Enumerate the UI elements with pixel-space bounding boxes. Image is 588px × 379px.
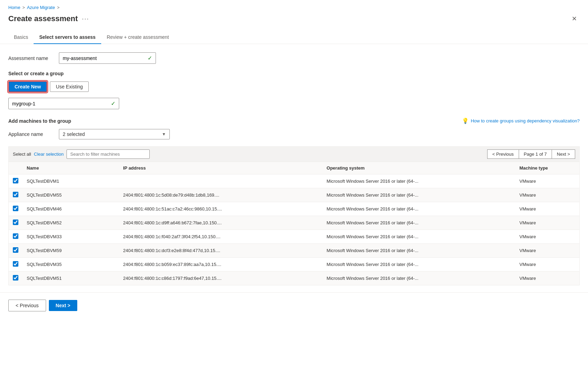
title-row: Create assessment ··· — [8, 14, 89, 23]
breadcrumb-home[interactable]: Home — [8, 5, 20, 10]
row-checkbox[interactable] — [13, 233, 18, 239]
row-checkbox[interactable] — [13, 261, 18, 267]
col-os: Operating system — [323, 162, 515, 174]
row-checkbox[interactable] — [13, 275, 18, 281]
row-checkbox-cell — [9, 272, 23, 285]
group-section-title: Select or create a group — [8, 71, 580, 76]
bottom-previous-button[interactable]: < Previous — [8, 300, 46, 311]
table-row: SQLTestDBVM332404:f801:4800:1c:f040:2af7… — [9, 230, 580, 244]
dropdown-arrow-icon: ▼ — [162, 132, 166, 137]
row-checkbox-cell — [9, 230, 23, 244]
row-name: SQLTestDBVM59 — [23, 244, 119, 258]
breadcrumb-azure-migrate[interactable]: Azure Migrate — [27, 5, 55, 10]
table-row: SQLTestDBVM352404:f801:4800:1c:b059:ec37… — [9, 258, 580, 272]
more-options-button[interactable]: ··· — [82, 15, 89, 23]
group-name-checkmark: ✓ — [111, 100, 115, 107]
machines-table: Name IP address Operating system Machine… — [8, 162, 580, 285]
help-link[interactable]: 💡 How to create groups using dependency … — [462, 118, 580, 124]
tabs-row: Basics Select servers to assess Review +… — [0, 31, 588, 44]
use-existing-button[interactable]: Use Existing — [50, 81, 89, 92]
row-ip: 2404:f801:4800:1c:dcf3:e2e8:8f4d:477d,10… — [119, 244, 322, 258]
row-type: VMware — [515, 188, 580, 202]
row-name: SQLTestDBVM55 — [23, 188, 119, 202]
add-machines-title: Add machines to the group — [8, 118, 71, 124]
row-checkbox-cell — [9, 188, 23, 202]
breadcrumb-sep2: > — [57, 5, 60, 10]
row-ip: 2404:f801:4800:1c:b059:ec37:89fc:aa7a,10… — [119, 258, 322, 272]
row-checkbox-cell — [9, 258, 23, 272]
tab-review[interactable]: Review + create assessment — [101, 31, 174, 44]
row-checkbox[interactable] — [13, 206, 18, 211]
row-checkbox[interactable] — [13, 192, 18, 197]
toolbar-left: Select all Clear selection — [13, 149, 150, 159]
row-type: VMware — [515, 174, 580, 188]
create-new-button[interactable]: Create New — [8, 81, 47, 92]
appliance-selected-value: 2 selected — [63, 131, 85, 137]
table-toolbar: Select all Clear selection < Previous Pa… — [8, 146, 580, 162]
row-checkbox[interactable] — [13, 247, 18, 253]
assessment-name-input[interactable] — [63, 55, 145, 61]
row-checkbox-cell — [9, 244, 23, 258]
clear-selection-link[interactable]: Clear selection — [34, 152, 64, 157]
row-checkbox-cell — [9, 216, 23, 230]
row-name: SQLTestDBVM35 — [23, 258, 119, 272]
previous-page-button[interactable]: < Previous — [487, 149, 519, 159]
tab-select-servers[interactable]: Select servers to assess — [34, 31, 101, 44]
row-type: VMware — [515, 230, 580, 244]
bulb-icon: 💡 — [462, 118, 469, 124]
row-name: SQLTestDBVM46 — [23, 202, 119, 216]
row-type: VMware — [515, 216, 580, 230]
tab-basics[interactable]: Basics — [8, 31, 34, 44]
row-os: Microsoft Windows Server 2016 or later (… — [323, 244, 515, 258]
row-os: Microsoft Windows Server 2016 or later (… — [323, 202, 515, 216]
select-all-link[interactable]: Select all — [13, 152, 31, 157]
col-type: Machine type — [515, 162, 580, 174]
row-name: SQLTestDBVM52 — [23, 216, 119, 230]
search-input[interactable] — [67, 149, 150, 159]
form-area: Assessment name ✓ Select or create a gro… — [0, 52, 588, 285]
appliance-dropdown[interactable]: 2 selected ▼ — [59, 129, 170, 139]
page-indicator: Page 1 of 7 — [519, 149, 552, 159]
next-page-button[interactable]: Next > — [552, 149, 575, 159]
toolbar-right: < Previous Page 1 of 7 Next > — [487, 149, 575, 159]
group-name-input-wrapper: ✓ — [8, 98, 119, 109]
appliance-row: Appliance name 2 selected ▼ — [8, 129, 580, 139]
bottom-nav: < Previous Next > — [0, 292, 588, 318]
assessment-name-checkmark: ✓ — [148, 55, 152, 61]
breadcrumb: Home > Azure Migrate > — [0, 0, 588, 11]
row-name: SQLTestDBVM33 — [23, 230, 119, 244]
page-title: Create assessment — [8, 14, 78, 23]
row-checkbox[interactable] — [13, 178, 18, 183]
row-checkbox-cell — [9, 202, 23, 216]
row-ip: 2404:f801:4800:1c:5d08:de79:d48b:1db8,16… — [119, 188, 322, 202]
appliance-label: Appliance name — [8, 131, 53, 137]
table-row: SQLTestDBVM522404:f801:4800:1c:d9ff:a646… — [9, 216, 580, 230]
row-checkbox[interactable] — [13, 219, 18, 225]
table-row: SQLTestDBVM592404:f801:4800:1c:dcf3:e2e8… — [9, 244, 580, 258]
assessment-name-row: Assessment name ✓ — [8, 52, 580, 64]
row-type: VMware — [515, 258, 580, 272]
row-ip: 2404:f801:4800:1c:51ac:c7a2:46cc:9860,10… — [119, 202, 322, 216]
group-name-input[interactable] — [12, 101, 108, 106]
page-header: Create assessment ··· ✕ — [0, 11, 588, 31]
table-row: SQLTestDBVM552404:f801:4800:1c:5d08:de79… — [9, 188, 580, 202]
assessment-name-label: Assessment name — [8, 55, 53, 61]
table-row: SQLTestDBVM1Microsoft Windows Server 201… — [9, 174, 580, 188]
bottom-next-button[interactable]: Next > — [49, 300, 77, 311]
row-type: VMware — [515, 202, 580, 216]
row-name: SQLTestDBVM51 — [23, 272, 119, 285]
table-row: SQLTestDBVM462404:f801:4800:1c:51ac:c7a2… — [9, 202, 580, 216]
row-ip: 2404:f801:4800:1c:c86d:1797:f9ad:6e47,10… — [119, 272, 322, 285]
help-link-text: How to create groups using dependency vi… — [471, 118, 580, 123]
row-ip: 2404:f801:4800:1c:d9ff:a646:b672:7fae,10… — [119, 216, 322, 230]
row-os: Microsoft Windows Server 2016 or later (… — [323, 216, 515, 230]
row-os: Microsoft Windows Server 2016 or later (… — [323, 174, 515, 188]
row-ip — [119, 174, 322, 188]
close-button[interactable]: ✕ — [569, 14, 580, 24]
row-type: VMware — [515, 272, 580, 285]
page-container: Home > Azure Migrate > Create assessment… — [0, 0, 588, 379]
add-machines-row: Add machines to the group 💡 How to creat… — [8, 118, 580, 124]
row-checkbox-cell — [9, 174, 23, 188]
row-ip: 2404:f801:4800:1c:f040:2af7:3f04:2f54,10… — [119, 230, 322, 244]
group-btn-row: Create New Use Existing — [8, 81, 580, 92]
